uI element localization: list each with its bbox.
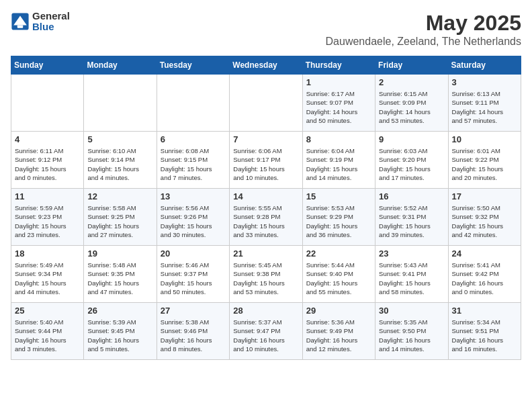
day-number: 26 [87,306,152,316]
calendar-cell: 9Sunrise: 6:03 AM Sunset: 9:20 PM Daylig… [375,132,448,189]
day-number: 14 [233,191,298,201]
cell-detail: Sunrise: 5:35 AM Sunset: 9:50 PM Dayligh… [379,318,444,353]
weekday-header-row: SundayMondayTuesdayWednesdayThursdayFrid… [11,56,521,75]
cell-detail: Sunrise: 5:58 AM Sunset: 9:25 PM Dayligh… [87,203,152,239]
location-title: Dauwendaele, Zeeland, The Netherlands [326,36,521,48]
day-number: 31 [452,306,517,316]
calendar-cell: 28Sunrise: 5:37 AM Sunset: 9:47 PM Dayli… [230,303,302,360]
title-block: May 2025 Dauwendaele, Zeeland, The Nethe… [326,11,521,48]
calendar-cell: 16Sunrise: 5:52 AM Sunset: 9:31 PM Dayli… [375,189,448,246]
cell-detail: Sunrise: 5:48 AM Sunset: 9:35 PM Dayligh… [87,261,152,296]
day-number: 29 [306,306,371,316]
cell-detail: Sunrise: 5:34 AM Sunset: 9:51 PM Dayligh… [452,318,517,353]
cell-detail: Sunrise: 5:53 AM Sunset: 9:29 PM Dayligh… [306,203,371,239]
calendar-cell: 4Sunrise: 6:11 AM Sunset: 9:12 PM Daylig… [11,132,84,189]
calendar-table: SundayMondayTuesdayWednesdayThursdayFrid… [11,56,521,360]
cell-detail: Sunrise: 6:08 AM Sunset: 9:15 PM Dayligh… [161,146,226,182]
calendar-cell: 3Sunrise: 6:13 AM Sunset: 9:11 PM Daylig… [448,75,521,132]
cell-detail: Sunrise: 5:52 AM Sunset: 9:31 PM Dayligh… [379,203,444,239]
cell-detail: Sunrise: 5:44 AM Sunset: 9:40 PM Dayligh… [306,261,371,296]
calendar-cell [230,75,302,132]
day-number: 23 [379,248,444,259]
logo-text-blue: Blue [32,21,54,32]
calendar-cell: 26Sunrise: 5:39 AM Sunset: 9:45 PM Dayli… [84,303,157,360]
logo: General Blue [11,11,70,32]
calendar-cell: 10Sunrise: 6:01 AM Sunset: 9:22 PM Dayli… [448,132,521,189]
calendar-week-row: 25Sunrise: 5:40 AM Sunset: 9:44 PM Dayli… [11,303,521,360]
cell-detail: Sunrise: 5:39 AM Sunset: 9:45 PM Dayligh… [87,318,152,353]
cell-detail: Sunrise: 6:04 AM Sunset: 9:19 PM Dayligh… [306,146,371,182]
calendar-cell: 2Sunrise: 6:15 AM Sunset: 9:09 PM Daylig… [375,75,448,132]
calendar-cell: 30Sunrise: 5:35 AM Sunset: 9:50 PM Dayli… [375,303,448,360]
calendar-cell: 1Sunrise: 6:17 AM Sunset: 9:07 PM Daylig… [302,75,375,132]
weekday-header-cell: Saturday [448,56,521,75]
calendar-cell: 21Sunrise: 5:45 AM Sunset: 9:38 PM Dayli… [230,246,302,303]
calendar-cell: 19Sunrise: 5:48 AM Sunset: 9:35 PM Dayli… [84,246,157,303]
day-number: 10 [452,134,517,144]
calendar-week-row: 4Sunrise: 6:11 AM Sunset: 9:12 PM Daylig… [11,132,521,189]
cell-detail: Sunrise: 6:03 AM Sunset: 9:20 PM Dayligh… [379,146,444,182]
day-number: 11 [15,191,80,201]
calendar-cell: 13Sunrise: 5:56 AM Sunset: 9:26 PM Dayli… [157,189,229,246]
month-title: May 2025 [326,11,521,36]
cell-detail: Sunrise: 6:15 AM Sunset: 9:09 PM Dayligh… [379,89,444,125]
cell-detail: Sunrise: 5:55 AM Sunset: 9:28 PM Dayligh… [233,203,298,239]
day-number: 30 [379,306,444,316]
svg-rect-2 [17,26,23,28]
cell-detail: Sunrise: 5:37 AM Sunset: 9:47 PM Dayligh… [233,318,298,353]
calendar-cell: 8Sunrise: 6:04 AM Sunset: 9:19 PM Daylig… [302,132,375,189]
cell-detail: Sunrise: 5:41 AM Sunset: 9:42 PM Dayligh… [452,261,517,296]
weekday-header-cell: Monday [84,56,157,75]
day-number: 18 [15,248,80,259]
cell-detail: Sunrise: 6:06 AM Sunset: 9:17 PM Dayligh… [233,146,298,182]
calendar-cell: 31Sunrise: 5:34 AM Sunset: 9:51 PM Dayli… [448,303,521,360]
day-number: 28 [233,306,298,316]
calendar-cell: 22Sunrise: 5:44 AM Sunset: 9:40 PM Dayli… [302,246,375,303]
day-number: 16 [379,191,444,201]
day-number: 19 [87,248,152,259]
logo-text-general: General [32,10,70,21]
calendar-cell [84,75,157,132]
calendar-cell [11,75,84,132]
cell-detail: Sunrise: 6:01 AM Sunset: 9:22 PM Dayligh… [452,146,517,182]
calendar-cell: 15Sunrise: 5:53 AM Sunset: 9:29 PM Dayli… [302,189,375,246]
weekday-header-cell: Friday [375,56,448,75]
calendar-cell: 12Sunrise: 5:58 AM Sunset: 9:25 PM Dayli… [84,189,157,246]
calendar-cell: 5Sunrise: 6:10 AM Sunset: 9:14 PM Daylig… [84,132,157,189]
day-number: 7 [233,134,298,144]
day-number: 6 [161,134,226,144]
weekday-header-cell: Tuesday [157,56,229,75]
cell-detail: Sunrise: 6:11 AM Sunset: 9:12 PM Dayligh… [15,146,80,182]
cell-detail: Sunrise: 5:56 AM Sunset: 9:26 PM Dayligh… [161,203,226,239]
cell-detail: Sunrise: 5:36 AM Sunset: 9:49 PM Dayligh… [306,318,371,353]
cell-detail: Sunrise: 5:40 AM Sunset: 9:44 PM Dayligh… [15,318,80,353]
calendar-body: 1Sunrise: 6:17 AM Sunset: 9:07 PM Daylig… [11,75,521,360]
calendar-cell: 6Sunrise: 6:08 AM Sunset: 9:15 PM Daylig… [157,132,229,189]
calendar-week-row: 11Sunrise: 5:59 AM Sunset: 9:23 PM Dayli… [11,189,521,246]
cell-detail: Sunrise: 5:38 AM Sunset: 9:46 PM Dayligh… [161,318,226,353]
calendar-cell: 29Sunrise: 5:36 AM Sunset: 9:49 PM Dayli… [302,303,375,360]
day-number: 25 [15,306,80,316]
day-number: 21 [233,248,298,259]
calendar-cell [157,75,229,132]
calendar-cell: 17Sunrise: 5:50 AM Sunset: 9:32 PM Dayli… [448,189,521,246]
cell-detail: Sunrise: 6:10 AM Sunset: 9:14 PM Dayligh… [87,146,152,182]
calendar-cell: 7Sunrise: 6:06 AM Sunset: 9:17 PM Daylig… [230,132,302,189]
weekday-header-cell: Wednesday [230,56,302,75]
calendar-cell: 20Sunrise: 5:46 AM Sunset: 9:37 PM Dayli… [157,246,229,303]
calendar-cell: 25Sunrise: 5:40 AM Sunset: 9:44 PM Dayli… [11,303,84,360]
day-number: 2 [379,77,444,87]
calendar-week-row: 18Sunrise: 5:49 AM Sunset: 9:34 PM Dayli… [11,246,521,303]
cell-detail: Sunrise: 6:13 AM Sunset: 9:11 PM Dayligh… [452,89,517,125]
weekday-header-cell: Thursday [302,56,375,75]
day-number: 12 [87,191,152,201]
day-number: 9 [379,134,444,144]
cell-detail: Sunrise: 5:43 AM Sunset: 9:41 PM Dayligh… [379,261,444,296]
day-number: 1 [306,77,371,87]
day-number: 20 [161,248,226,259]
calendar-cell: 23Sunrise: 5:43 AM Sunset: 9:41 PM Dayli… [375,246,448,303]
cell-detail: Sunrise: 5:46 AM Sunset: 9:37 PM Dayligh… [161,261,226,296]
calendar-cell: 24Sunrise: 5:41 AM Sunset: 9:42 PM Dayli… [448,246,521,303]
cell-detail: Sunrise: 5:50 AM Sunset: 9:32 PM Dayligh… [452,203,517,239]
day-number: 4 [15,134,80,144]
